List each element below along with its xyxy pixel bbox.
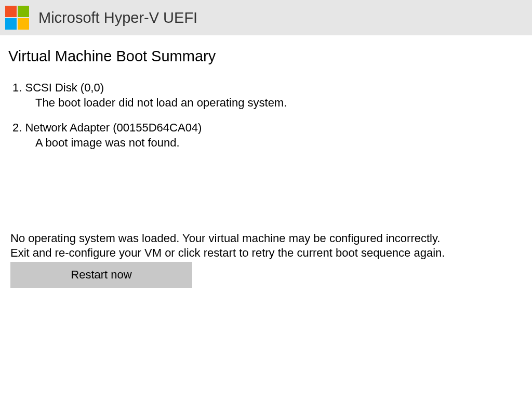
boot-entry: 1. SCSI Disk (0,0) The boot loader did n… <box>8 81 524 110</box>
restart-button[interactable]: Restart now <box>10 262 192 288</box>
error-line-2: Exit and re-configure your VM or click r… <box>10 246 445 259</box>
boot-entry-detail: The boot loader did not load an operatin… <box>12 96 524 111</box>
boot-entry-header: 1. SCSI Disk (0,0) <box>12 81 524 96</box>
content-area: Virtual Machine Boot Summary 1. SCSI Dis… <box>0 35 532 288</box>
header-title: Microsoft Hyper-V UEFI <box>38 9 197 26</box>
page-title: Virtual Machine Boot Summary <box>8 48 524 65</box>
microsoft-logo-icon <box>5 6 29 30</box>
boot-entry-header: 2. Network Adapter (00155D64CA04) <box>12 121 524 136</box>
boot-entry: 2. Network Adapter (00155D64CA04) A boot… <box>8 121 524 150</box>
error-line-1: No operating system was loaded. Your vir… <box>10 232 440 245</box>
header-bar: Microsoft Hyper-V UEFI <box>0 0 532 35</box>
error-message: No operating system was loaded. Your vir… <box>8 231 524 260</box>
boot-entry-detail: A boot image was not found. <box>12 136 524 151</box>
